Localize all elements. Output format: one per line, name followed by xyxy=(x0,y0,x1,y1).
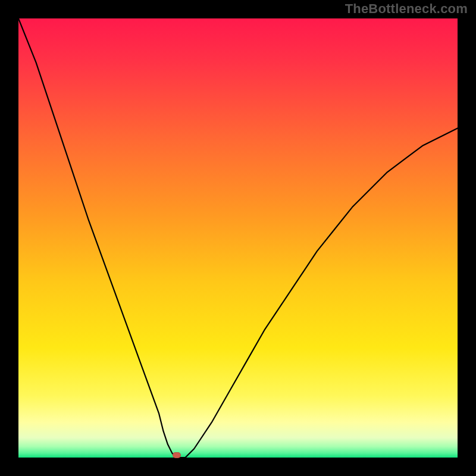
gradient-background xyxy=(18,18,458,458)
chart-container: TheBottleneck.com xyxy=(0,0,476,476)
watermark-text: TheBottleneck.com xyxy=(345,1,468,17)
bottleneck-plot xyxy=(18,18,458,458)
optimal-point-marker xyxy=(173,452,181,458)
